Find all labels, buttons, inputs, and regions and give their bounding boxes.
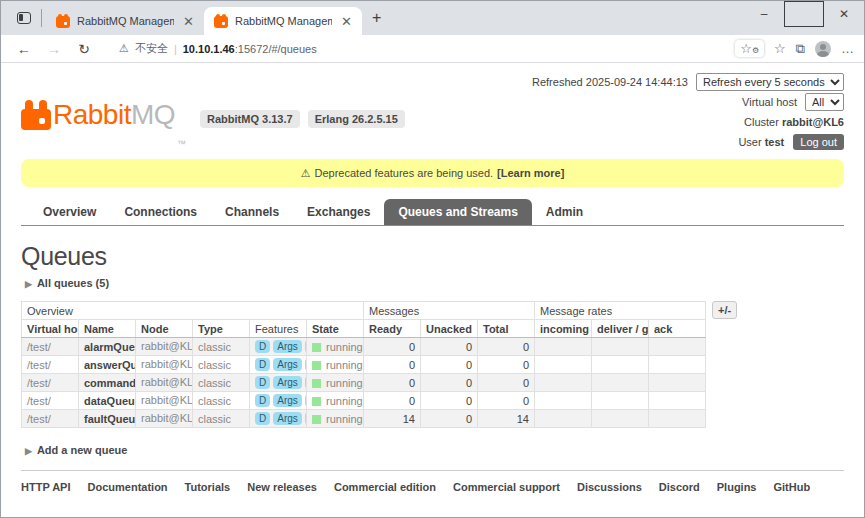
footer-link-commercial-edition[interactable]: Commercial edition <box>334 481 436 493</box>
column-header-total[interactable]: Total <box>478 320 535 338</box>
queue-name-link[interactable]: answerQueue <box>84 359 136 371</box>
cell-total: 14 <box>478 410 535 428</box>
browser-tab-title: RabbitMQ Management <box>235 15 332 27</box>
footer-link-new-releases[interactable]: New releases <box>247 481 317 493</box>
footer-link-plugins[interactable]: Plugins <box>717 481 757 493</box>
tab-actions-menu-icon[interactable] <box>9 4 39 32</box>
cell-type: classic <box>193 356 250 374</box>
column-header-ready[interactable]: Ready <box>364 320 421 338</box>
rabbitmq-favicon <box>56 14 70 28</box>
vhost-value: /test/ <box>27 377 51 389</box>
queue-name-link[interactable]: faultQueue <box>84 413 136 425</box>
cell-name: alarmQueue <box>79 338 136 356</box>
collections-icon[interactable]: ⧉ <box>796 41 805 57</box>
column-header-name[interactable]: Name <box>79 320 136 338</box>
tab-close-icon[interactable]: ✕ <box>181 15 196 28</box>
cell-ack <box>649 356 706 374</box>
tab-connections[interactable]: Connections <box>110 199 211 225</box>
browser-tab-1[interactable]: RabbitMQ Management✕ <box>46 7 204 35</box>
cell-state: running <box>307 392 364 410</box>
tab-separator <box>41 9 42 27</box>
queue-name-link[interactable]: alarmQueue <box>84 341 136 353</box>
queue-name-link[interactable]: commandQueue <box>84 377 136 389</box>
new-tab-button[interactable]: + <box>362 9 391 27</box>
feature-badge-d: D <box>255 394 270 407</box>
tab-admin[interactable]: Admin <box>532 199 597 225</box>
learn-more-link[interactable]: [Learn more] <box>497 167 564 179</box>
footer-link-tutorials[interactable]: Tutorials <box>185 481 231 493</box>
cell-deliver-get <box>592 410 649 428</box>
cell-state: running <box>307 410 364 428</box>
more-menu-icon[interactable]: … <box>841 41 854 56</box>
close-icon[interactable]: ✕ <box>824 1 864 27</box>
cell-features: DArgsjxjq <box>250 410 307 428</box>
column-header-type[interactable]: Type <box>193 320 250 338</box>
cell-incoming <box>535 392 592 410</box>
warning-icon: ⚠ <box>301 167 311 180</box>
column-header-node[interactable]: Node <box>136 320 193 338</box>
cell-node: rabbit@KL6 +1 <box>136 410 193 428</box>
tab-close-icon[interactable]: ✕ <box>339 15 354 28</box>
favorites-icon[interactable]: ☆ <box>774 41 786 56</box>
chevron-right-icon: ▶ <box>25 279 32 289</box>
cell-ack <box>649 392 706 410</box>
rabbitmq-favicon <box>214 14 228 28</box>
tab-channels[interactable]: Channels <box>211 199 293 225</box>
tab-queues-and-streams[interactable]: Queues and Streams <box>384 199 531 225</box>
cell-type: classic <box>193 374 250 392</box>
browser-tab-2[interactable]: RabbitMQ Management✕ <box>204 7 362 35</box>
queue-type-value: classic <box>198 413 231 425</box>
minimize-icon[interactable]: – <box>744 1 784 27</box>
logout-button[interactable]: Log out <box>793 134 844 150</box>
profile-avatar[interactable] <box>815 41 831 57</box>
footer-link-discussions[interactable]: Discussions <box>577 481 642 493</box>
all-queues-toggle[interactable]: ▶All queues (5) <box>25 277 844 289</box>
address-bar[interactable]: ⚠ 不安全 | 10.10.1.46:15672/#/queues <box>107 38 725 60</box>
footer-link-discord[interactable]: Discord <box>659 481 700 493</box>
running-state-icon <box>312 379 321 388</box>
column-header-ack[interactable]: ack <box>649 320 706 338</box>
queue-name-link[interactable]: dataQueue <box>84 395 136 407</box>
footer-link-http-api[interactable]: HTTP API <box>21 481 71 493</box>
column-header-incoming[interactable]: incoming <box>535 320 592 338</box>
state-value: running <box>326 377 363 389</box>
cell-deliver-get <box>592 356 649 374</box>
column-header-virtual-host[interactable]: Virtual host <box>22 320 79 338</box>
footer-link-github[interactable]: GitHub <box>774 481 811 493</box>
refresh-interval-select[interactable]: Refresh every 5 seconds <box>696 73 844 91</box>
maximize-icon[interactable] <box>784 1 824 27</box>
tab-overview[interactable]: Overview <box>29 199 110 225</box>
back-icon[interactable]: ← <box>11 41 37 57</box>
footer-link-documentation[interactable]: Documentation <box>88 481 168 493</box>
rabbitmq-logo-icon[interactable] <box>21 100 51 130</box>
browser-toolbar: ← → ↻ ⚠ 不安全 | 10.10.1.46:15672/#/queues … <box>1 35 864 63</box>
column-toggle-button[interactable]: +/- <box>712 301 737 319</box>
state-value: running <box>326 341 363 353</box>
column-header-deliver-get[interactable]: deliver / get <box>592 320 649 338</box>
cell-unacked: 0 <box>421 392 478 410</box>
cell-node: rabbit@KL6 +1 <box>136 356 193 374</box>
column-header-unacked[interactable]: Unacked <box>421 320 478 338</box>
cell-incoming <box>535 356 592 374</box>
refresh-icon[interactable]: ↻ <box>71 41 97 57</box>
deprecated-features-banner: ⚠ Deprecated features are being used. [L… <box>21 159 844 187</box>
version-badge-1: RabbitMQ 3.13.7 <box>200 110 300 128</box>
column-header-features: Features <box>250 320 307 338</box>
security-label: 不安全 <box>135 41 168 56</box>
cell-ready: 0 <box>364 374 421 392</box>
forward-icon[interactable]: → <box>41 41 67 57</box>
add-queue-toggle[interactable]: ▶Add a new queue <box>25 444 844 456</box>
cell-deliver-get <box>592 374 649 392</box>
footer-link-commercial-support[interactable]: Commercial support <box>453 481 560 493</box>
cell-type: classic <box>193 392 250 410</box>
column-header-state[interactable]: State <box>307 320 364 338</box>
cluster-label: Cluster <box>744 116 779 128</box>
queues-table: OverviewMessagesMessage ratesVirtual hos… <box>21 301 706 428</box>
cell-node: rabbit@KL6 +1 <box>136 374 193 392</box>
tab-exchanges[interactable]: Exchanges <box>293 199 384 225</box>
vhost-select[interactable]: All <box>805 93 844 111</box>
running-state-icon <box>312 397 321 406</box>
star-settings-icon[interactable]: ☆⚙ <box>735 40 764 57</box>
cell-vhost: /test/ <box>22 374 79 392</box>
logo-text-rabbit[interactable]: Rabbit <box>53 99 131 131</box>
